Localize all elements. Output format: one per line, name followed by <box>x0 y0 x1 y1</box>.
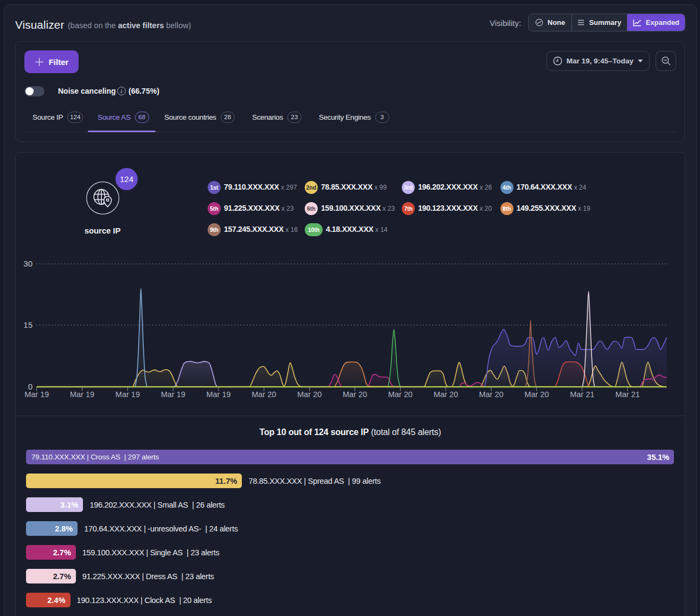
svg-text:Mar 19: Mar 19 <box>206 390 230 399</box>
svg-text:Mar 20: Mar 20 <box>524 390 549 399</box>
svg-text:Mar 21: Mar 21 <box>615 390 640 399</box>
svg-text:Mar 19: Mar 19 <box>70 390 94 399</box>
svg-text:Mar 20: Mar 20 <box>479 390 503 399</box>
svg-text:Mar 21: Mar 21 <box>570 390 594 399</box>
svg-text:Mar 20: Mar 20 <box>252 390 276 399</box>
svg-text:Mar 20: Mar 20 <box>434 390 458 399</box>
svg-text:15: 15 <box>23 320 33 329</box>
svg-text:Mar 20: Mar 20 <box>343 390 367 399</box>
svg-text:Mar 19: Mar 19 <box>115 390 140 399</box>
svg-text:Mar 19: Mar 19 <box>24 390 49 399</box>
svg-text:Mar 20: Mar 20 <box>388 390 413 399</box>
svg-text:Mar 20: Mar 20 <box>297 390 322 399</box>
svg-text:30: 30 <box>23 259 33 268</box>
svg-text:Mar 19: Mar 19 <box>161 390 185 399</box>
